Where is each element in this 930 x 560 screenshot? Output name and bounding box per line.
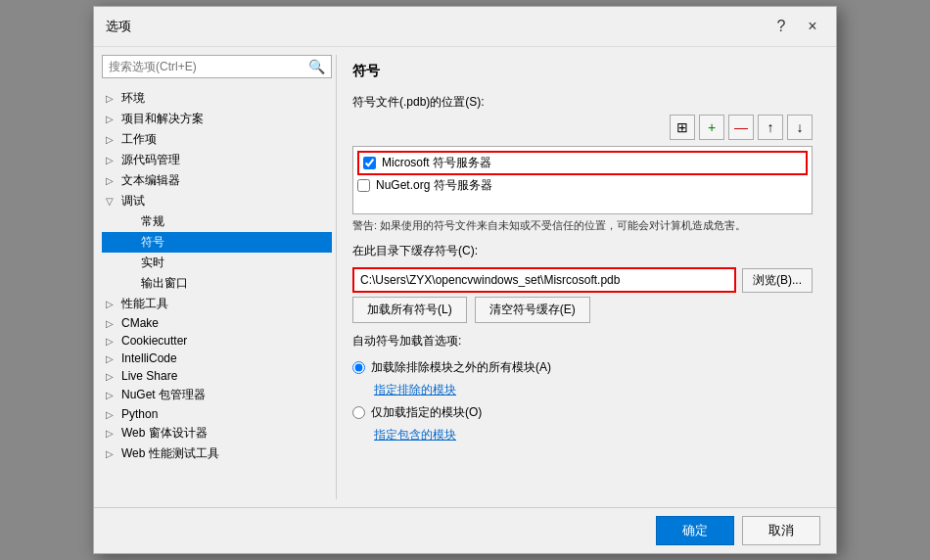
tree-container: ▷环境▷项目和解决方案▷工作项▷源代码管理▷文本编辑器▽调试常规符号实时输出窗口… bbox=[102, 88, 332, 464]
tree-item-debug-output[interactable]: 输出窗口 bbox=[102, 273, 332, 294]
tree-label-project: 项目和解决方案 bbox=[121, 111, 204, 127]
tree-label-webdesigner: Web 窗体设计器 bbox=[121, 425, 208, 442]
up-icon: ↑ bbox=[767, 119, 774, 135]
add-button[interactable]: + bbox=[699, 115, 724, 140]
checkbox-nuget-input[interactable] bbox=[357, 179, 370, 192]
checkbox-nuget[interactable]: NuGet.org 符号服务器 bbox=[357, 177, 808, 194]
list-toolbar: ⊞ + — ↑ ↓ bbox=[670, 115, 813, 140]
left-panel: 🔍 ▷环境▷项目和解决方案▷工作项▷源代码管理▷文本编辑器▽调试常规符号实时输出… bbox=[102, 55, 337, 499]
section-title: 符号 bbox=[352, 63, 813, 80]
options-dialog: 选项 ? × 🔍 ▷环境▷项目和解决方案▷工作项▷源代码管理▷文本编辑器▽调试常… bbox=[93, 6, 837, 554]
load-all-button[interactable]: 加载所有符号(L) bbox=[352, 297, 467, 323]
ok-button[interactable]: 确定 bbox=[656, 516, 734, 545]
list-wrapper: ⊞ + — ↑ ↓ bbox=[352, 146, 813, 214]
tree-item-intellicode[interactable]: ▷IntelliCode bbox=[102, 350, 332, 367]
radio-specified-input[interactable] bbox=[352, 406, 365, 419]
tree-label-debug: 调试 bbox=[121, 193, 145, 210]
tree-arrow-work: ▷ bbox=[106, 134, 121, 145]
close-button[interactable]: × bbox=[801, 15, 824, 38]
radio-all-input[interactable] bbox=[352, 361, 365, 374]
symbol-file-label: 符号文件(.pdb)的位置(S): bbox=[352, 94, 813, 111]
dialog-title: 选项 bbox=[106, 18, 131, 35]
columns-button[interactable]: ⊞ bbox=[670, 115, 695, 140]
link-include[interactable]: 指定包含的模块 bbox=[374, 427, 813, 443]
tree-item-webdesigner[interactable]: ▷Web 窗体设计器 bbox=[102, 423, 332, 443]
checkbox-ms[interactable]: Microsoft 符号服务器 bbox=[357, 151, 808, 175]
cancel-button[interactable]: 取消 bbox=[742, 516, 820, 545]
down-button[interactable]: ↓ bbox=[787, 115, 813, 140]
tree-item-cmake[interactable]: ▷CMake bbox=[102, 314, 332, 332]
tree-item-work[interactable]: ▷工作项 bbox=[102, 129, 332, 150]
help-button[interactable]: ? bbox=[769, 15, 793, 38]
radio-all-label: 加载除排除模块之外的所有模块(A) bbox=[371, 359, 551, 376]
tree-label-perf: 性能工具 bbox=[121, 296, 168, 312]
checkbox-ms-input[interactable] bbox=[363, 157, 376, 169]
tree-label-debug-realtime: 实时 bbox=[141, 255, 164, 271]
browse-button[interactable]: 浏览(B)... bbox=[742, 268, 813, 293]
symbol-list: Microsoft 符号服务器 NuGet.org 符号服务器 bbox=[352, 146, 813, 214]
tree-item-debug-general[interactable]: 常规 bbox=[102, 211, 332, 232]
tree-label-intellicode: IntelliCode bbox=[121, 351, 177, 365]
tree-label-work: 工作项 bbox=[121, 131, 157, 148]
tree-item-project[interactable]: ▷项目和解决方案 bbox=[102, 109, 332, 129]
link-exclude[interactable]: 指定排除的模块 bbox=[374, 382, 813, 398]
tree-label-liveshare: Live Share bbox=[121, 369, 177, 383]
checkbox-ms-label: Microsoft 符号服务器 bbox=[382, 155, 491, 171]
checkbox-nuget-label: NuGet.org 符号服务器 bbox=[376, 177, 492, 194]
right-panel: 符号 符号文件(.pdb)的位置(S): ⊞ + — bbox=[337, 55, 828, 499]
tree-item-cookiecutter[interactable]: ▷Cookiecutter bbox=[102, 332, 332, 350]
radio-specified-row: 仅加载指定的模块(O) bbox=[352, 404, 813, 421]
tree-arrow-webdesigner: ▷ bbox=[106, 428, 121, 439]
autoload-title: 自动符号加载首选项: bbox=[352, 333, 813, 350]
tree-arrow-liveshare: ▷ bbox=[106, 371, 121, 382]
tree-item-python[interactable]: ▷Python bbox=[102, 405, 332, 423]
tree-item-env[interactable]: ▷环境 bbox=[102, 88, 332, 109]
tree-label-nuget: NuGet 包管理器 bbox=[121, 387, 206, 403]
tree-arrow-cmake: ▷ bbox=[106, 318, 121, 329]
tree-arrow-debug: ▽ bbox=[106, 196, 121, 207]
radio-specified-label: 仅加载指定的模块(O) bbox=[371, 404, 482, 421]
tree-item-webperf[interactable]: ▷Web 性能测试工具 bbox=[102, 443, 332, 464]
remove-icon: — bbox=[734, 119, 748, 135]
tree-arrow-perf: ▷ bbox=[106, 299, 121, 309]
tree-label-webperf: Web 性能测试工具 bbox=[121, 445, 219, 462]
tree-item-perf[interactable]: ▷性能工具 bbox=[102, 294, 332, 314]
tree-arrow-nuget: ▷ bbox=[106, 390, 121, 400]
tree-label-env: 环境 bbox=[121, 90, 145, 107]
tree-item-debug-realtime[interactable]: 实时 bbox=[102, 253, 332, 273]
tree-arrow-project: ▷ bbox=[106, 114, 121, 124]
tree-label-editor: 文本编辑器 bbox=[121, 172, 180, 189]
tree-scroll: ▷环境▷项目和解决方案▷工作项▷源代码管理▷文本编辑器▽调试常规符号实时输出窗口… bbox=[102, 88, 332, 499]
tree-arrow-env: ▷ bbox=[106, 93, 121, 104]
tree-item-liveshare[interactable]: ▷Live Share bbox=[102, 367, 332, 385]
tree-item-editor[interactable]: ▷文本编辑器 bbox=[102, 170, 332, 191]
symbol-file-section: 符号文件(.pdb)的位置(S): ⊞ + — ↑ bbox=[352, 94, 813, 233]
tree-arrow-source: ▷ bbox=[106, 155, 121, 165]
action-row: 加载所有符号(L) 清空符号缓存(E) bbox=[352, 297, 813, 323]
path-row: 浏览(B)... bbox=[352, 267, 813, 293]
clear-cache-button[interactable]: 清空符号缓存(E) bbox=[475, 297, 590, 323]
search-box[interactable]: 🔍 bbox=[102, 55, 332, 78]
search-input[interactable] bbox=[109, 60, 308, 73]
tree-item-source[interactable]: ▷源代码管理 bbox=[102, 150, 332, 170]
autoload-section: 自动符号加载首选项: 加载除排除模块之外的所有模块(A) 指定排除的模块 仅加载… bbox=[352, 333, 813, 443]
tree-label-python: Python bbox=[121, 407, 158, 421]
dialog-body: 🔍 ▷环境▷项目和解决方案▷工作项▷源代码管理▷文本编辑器▽调试常规符号实时输出… bbox=[94, 47, 836, 507]
tree-arrow-python: ▷ bbox=[106, 409, 121, 420]
tree-label-debug-output: 输出窗口 bbox=[141, 275, 188, 292]
tree-item-nuget[interactable]: ▷NuGet 包管理器 bbox=[102, 385, 332, 405]
tree-label-debug-general: 常规 bbox=[141, 213, 164, 230]
tree-label-cookiecutter: Cookiecutter bbox=[121, 334, 187, 348]
radio-all-row: 加载除排除模块之外的所有模块(A) bbox=[352, 359, 813, 376]
remove-button[interactable]: — bbox=[728, 115, 754, 140]
up-button[interactable]: ↑ bbox=[758, 115, 783, 140]
title-bar: 选项 ? × bbox=[94, 7, 836, 47]
search-icon: 🔍 bbox=[308, 59, 325, 74]
warning-text: 警告: 如果使用的符号文件来自未知或不受信任的位置，可能会对计算机造成危害。 bbox=[352, 218, 813, 233]
tree-arrow-editor: ▷ bbox=[106, 175, 121, 186]
tree-item-debug-symbol[interactable]: 符号 bbox=[102, 232, 332, 253]
tree-item-debug[interactable]: ▽调试 bbox=[102, 191, 332, 211]
tree-arrow-cookiecutter: ▷ bbox=[106, 336, 121, 347]
dialog-footer: 确定 取消 bbox=[94, 507, 836, 553]
path-input[interactable] bbox=[352, 267, 736, 293]
